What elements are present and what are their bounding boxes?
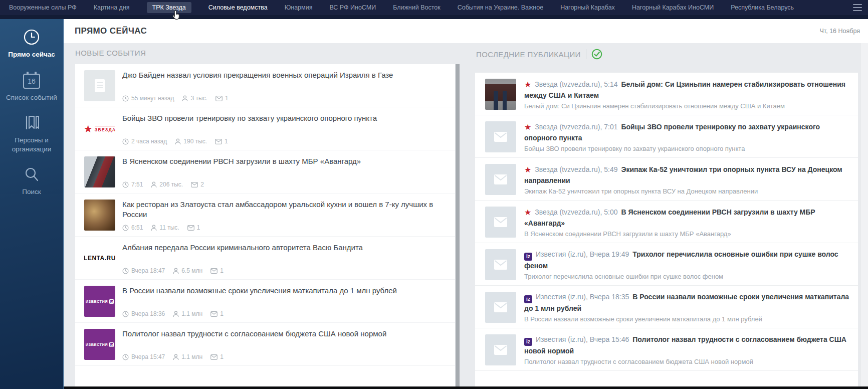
publication-row[interactable]: izИзвестия (iz.ru), Вчера 18:35В России …	[475, 286, 858, 328]
zvezda-star-icon: ★	[524, 80, 531, 89]
page-header: ПРЯМО СЕЙЧАС Чт, 16 Ноября	[64, 19, 868, 43]
mail-placeholder-thumbnail	[485, 292, 516, 323]
publication-row[interactable]: ★Звезда (tvzvezda.ru), 5:49Экипаж Ка-52 …	[475, 158, 858, 201]
iz-logo-icon: iz	[524, 295, 532, 303]
publication-source[interactable]: Известия (iz.ru), Вчера 19:49	[536, 250, 629, 258]
sidebar-item-search[interactable]: Поиск	[22, 165, 41, 197]
nav-item[interactable]: Нагорный Карабах ИноСМИ	[632, 2, 714, 13]
event-views: 190 тыс.	[175, 138, 207, 145]
event-comments: 1	[215, 138, 228, 145]
envelope-icon	[187, 225, 194, 231]
sidebar-item-live-now[interactable]: Прямо сейчас	[8, 28, 55, 59]
event-title: Албания передала России криминального ав…	[122, 243, 446, 253]
mail-placeholder-thumbnail	[485, 121, 516, 152]
event-title: Джо Байден назвал условия прекращения во…	[122, 70, 446, 80]
event-views: 3 тыс.	[182, 95, 207, 102]
search-icon	[24, 165, 40, 183]
publication-row[interactable]: ★Звезда (tvzvezda.ru), 5:00В Ясненском с…	[475, 201, 858, 243]
envelope-icon	[494, 132, 507, 142]
left-list-scrollbar[interactable]	[456, 64, 460, 386]
new-events-title: НОВЫЕ СОБЫТИЯ	[75, 49, 146, 57]
new-events-list: Джо Байден назвал условия прекращения во…	[75, 64, 455, 389]
zvezda-star-icon: ★	[524, 208, 531, 217]
nav-item[interactable]: Нагорный Карабах	[560, 2, 615, 13]
nav-item[interactable]: Вооруженные силы РФ	[9, 2, 77, 13]
person-icon	[151, 181, 157, 188]
mail-placeholder-thumbnail	[485, 207, 516, 238]
mail-placeholder-thumbnail	[485, 334, 516, 365]
sidebar-item-persons-orgs[interactable]: Персоны и организации	[4, 114, 59, 153]
izvestia-thumbnail: ИЗВЕСТИЯiz	[84, 329, 115, 360]
publication-subtitle: Политолог назвал трудности с согласовани…	[524, 357, 850, 366]
envelope-icon	[210, 268, 218, 274]
lenta-logo: LENTA.RU	[84, 255, 115, 262]
publication-subtitle: В Ясненском соединении РВСН загрузили в …	[524, 230, 850, 239]
missile-thumbnail	[84, 156, 115, 187]
publication-row[interactable]: ★Звезда (tvzvezda.ru), 5:14Белый дом: Си…	[475, 73, 858, 115]
news-event-row[interactable]: Как ресторан из Златоуста стал амбассадо…	[75, 193, 455, 237]
zvezda-star-icon: ★	[524, 165, 531, 174]
envelope-icon	[215, 139, 222, 144]
publication-row[interactable]: ★Звезда (tvzvezda.ru), 7:01Бойцы ЗВО про…	[475, 115, 858, 158]
latest-publications-title: ПОСЛЕДНИЕ ПУБЛИКАЦИИ	[476, 50, 581, 59]
news-event-row[interactable]: Джо Байден назвал условия прекращения во…	[75, 64, 455, 107]
mail-placeholder-thumbnail	[485, 249, 516, 280]
sidebar-item-events-list[interactable]: 16 Список событий	[6, 71, 57, 102]
nav-item[interactable]: ВС РФ ИноСМИ	[329, 2, 376, 13]
person-icon	[173, 268, 179, 274]
nav-item[interactable]: События на Украине. Важное	[458, 2, 543, 13]
envelope-icon	[494, 217, 507, 227]
publication-subtitle: Бойцы ЗВО провели тренировку по захвату …	[524, 144, 850, 153]
publication-source[interactable]: Известия (iz.ru), Вчера 18:35	[536, 293, 629, 301]
publication-subtitle: Трихолог перечислила основные ошибки при…	[524, 272, 850, 281]
envelope-icon	[191, 182, 198, 187]
iz-logo-icon: iz	[524, 338, 532, 346]
publication-row[interactable]: izИзвестия (iz.ru), Вчера 19:49Трихолог …	[475, 243, 858, 286]
latest-publications-header: ПОСЛЕДНИЕ ПУБЛИКАЦИИ	[476, 49, 602, 60]
lenta-thumbnail: LENTA.RU	[84, 243, 115, 274]
nav-item[interactable]: ТРК Звезда	[147, 2, 191, 13]
restaurant-thumbnail	[84, 200, 115, 231]
news-event-row[interactable]: ★ЗВЕЗДА Бойцы ЗВО провели тренировку по …	[75, 107, 455, 150]
publication-source[interactable]: Звезда (tvzvezda.ru), 5:14	[535, 80, 617, 88]
envelope-icon	[494, 302, 507, 312]
news-event-row[interactable]: В Ясненском соединении РВСН загрузили в …	[75, 150, 455, 193]
doc-thumbnail	[84, 70, 115, 101]
publication-source[interactable]: Звезда (tvzvezda.ru), 5:00	[535, 208, 617, 216]
nav-item[interactable]: Республика Беларусь	[731, 2, 794, 13]
clock-icon	[122, 138, 129, 145]
nav-item[interactable]: Ближний Восток	[393, 2, 441, 13]
event-comments: 1	[187, 224, 200, 231]
news-event-row[interactable]: ИЗВЕСТИЯiz Политолог назвал трудности с …	[75, 323, 455, 366]
publication-source[interactable]: Известия (iz.ru), Вчера 15:46	[536, 335, 629, 343]
event-views: 1.1 млн	[173, 353, 202, 360]
clock-icon	[122, 311, 129, 317]
person-icon	[175, 138, 181, 145]
top-navigation: Вооруженные силы РФКартина дняТРК Звезда…	[0, 0, 868, 15]
nav-item[interactable]: Силовые ведомства	[208, 2, 268, 13]
check-circle-icon[interactable]	[591, 49, 602, 60]
zvezda-star-icon: ★	[524, 123, 531, 131]
event-time: 55 минут назад	[122, 95, 174, 102]
page-scrollbar[interactable]	[860, 43, 868, 389]
event-meta: 6:51 11 тыс. 1	[122, 224, 446, 231]
event-time: 2 часа назад	[122, 138, 167, 145]
event-time: 6:51	[122, 224, 143, 231]
event-title: В Ясненском соединении РВСН загрузили в …	[122, 156, 446, 166]
event-meta: 7:51 206 тыс. 2	[122, 181, 446, 188]
publication-source[interactable]: Звезда (tvzvezda.ru), 5:49	[535, 165, 617, 173]
nav-item[interactable]: Юнармия	[285, 2, 313, 13]
new-events-header: НОВЫЕ СОБЫТИЯ	[75, 49, 146, 57]
sidebar-item-label: Поиск	[22, 187, 41, 197]
news-event-row[interactable]: LENTA.RU Албания передала России кримина…	[75, 237, 455, 280]
event-views: 1.1 млн	[173, 310, 202, 317]
nav-item[interactable]: Картина дня	[94, 2, 130, 13]
event-title: В России назвали возможные сроки увеличе…	[122, 286, 446, 296]
clock-icon	[122, 354, 129, 360]
person-icon	[182, 95, 188, 102]
publication-source[interactable]: Звезда (tvzvezda.ru), 7:01	[535, 123, 617, 131]
envelope-icon	[210, 311, 218, 317]
hamburger-menu-icon[interactable]	[853, 4, 862, 11]
news-event-row[interactable]: ИЗВЕСТИЯiz В России назвали возможные ср…	[75, 280, 455, 323]
publication-row[interactable]: izИзвестия (iz.ru), Вчера 15:46Политолог…	[475, 328, 858, 371]
